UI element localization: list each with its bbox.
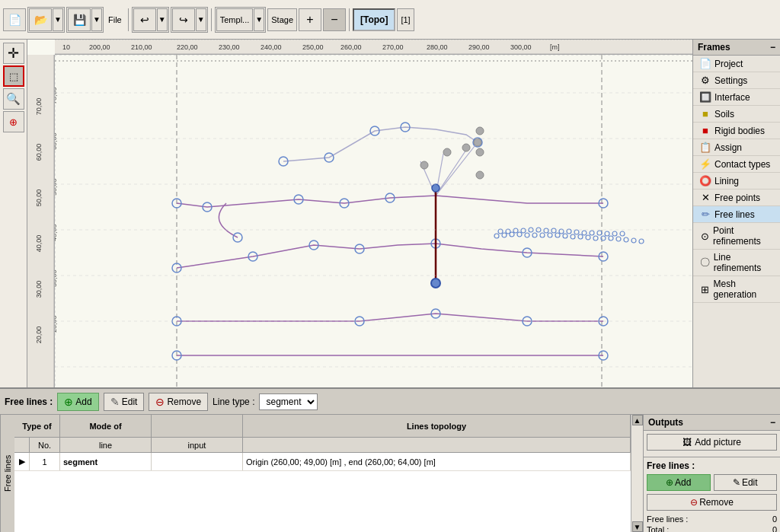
settings-icon: ⚙ [699,75,711,86]
redo-button[interactable]: ↪ [172,8,195,31]
sidebar-item-free-points[interactable]: ✕ Free points [693,190,780,206]
output-header: Outputs − [644,415,780,431]
open-button[interactable]: 📂 [29,8,52,31]
sidebar-item-lining[interactable]: ⭕ Lining [693,173,780,190]
stat-free-lines-value: 0 [772,514,777,524]
free-lines-output-title: Free lines : [647,460,777,471]
sidebar-item-soils[interactable]: ■ Soils [693,106,780,123]
sidebar-item-rigid-bodies[interactable]: ■ Rigid bodies [693,123,780,139]
save-group: 💾 ▼ [66,7,104,33]
drawing-canvas[interactable]: 70,00 60,00 50,00 40,00 30,00 20,00 [55,55,692,387]
select-tool[interactable]: ⬚ [3,65,24,87]
zoom-tool[interactable]: 🔍 [3,88,24,110]
svg-text:60,00: 60,00 [55,132,58,150]
template-button[interactable]: Templ... [216,8,254,31]
redo-dropdown[interactable]: ▼ [196,8,206,31]
fl-add-button[interactable]: ⊕ Add [647,474,711,491]
row-no: 1 [30,453,60,470]
edit-label: File [105,14,125,26]
minus-button[interactable]: − [323,8,346,31]
bottom-section: Free lines : ⊕ Add ✎ Edit ⊖ Remove Line … [0,387,780,532]
sidebar-item-interface[interactable]: 🔲 Interface [693,89,780,106]
stat-total-value: 0 [772,525,777,532]
scroll-up[interactable]: ▲ [632,415,643,425]
main-layout: ✛ ⬚ 🔍 ⊕ 10 200,00 210,00 220,00 230,00 2… [0,40,780,532]
sidebar-item-label: Free points [714,193,760,203]
undo-button[interactable]: ↩ [133,8,156,31]
svg-text:50,00: 50,00 [35,190,43,207]
vertical-ruler: 70,00 60,00 50,00 40,00 30,00 20,00 [27,55,55,387]
add-picture-button[interactable]: 🖼 Add picture [647,434,777,451]
undo-dropdown[interactable]: ▼ [157,8,168,31]
sidebar-item-mesh-generation[interactable]: ⊞ Mesh generation [693,276,780,303]
svg-text:220,00: 220,00 [177,43,198,51]
sidebar-item-contact-types[interactable]: ⚡ Contact types [693,156,780,173]
template-dropdown[interactable]: ▼ [254,8,264,31]
frames-collapse[interactable]: − [770,42,775,53]
output-collapse[interactable]: − [770,417,775,428]
sidebar-item-point-refinements[interactable]: ⊙ Point refinements [693,223,780,250]
remove-free-line-button[interactable]: ⊖ Remove [149,393,208,411]
fl-remove-button[interactable]: ⊖ Remove [647,494,777,511]
open-dropdown[interactable]: ▼ [53,8,63,31]
sidebar-item-label: Assign [714,142,742,153]
sidebar-item-label: Settings [714,75,747,86]
svg-text:60,00: 60,00 [35,144,43,161]
svg-text:20,00: 20,00 [35,327,43,344]
remove-label: Remove [167,397,201,407]
fl-remove-label: Remove [699,497,734,508]
row-mode [152,453,243,470]
fl-add-icon: ⊕ [666,477,673,488]
table-body: ▶ 1 segment Origin (260,00; 49,00) [m] ,… [14,453,631,532]
svg-text:230,00: 230,00 [219,43,240,51]
topo-sub-header [243,438,631,452]
sidebar-item-assign[interactable]: 📋 Assign [693,139,780,156]
sidebar-item-settings[interactable]: ⚙ Settings [693,72,780,89]
col-header-type: Mode of [60,415,152,437]
scrollbar[interactable]: ▲ ▼ [631,415,643,532]
svg-text:70,00: 70,00 [35,98,43,116]
edit-label: Edit [122,397,138,407]
sidebar-item-label: Free lines [714,209,755,220]
template-group: Templ... ▼ [215,7,267,33]
add-label: Add [75,397,91,407]
svg-point-56 [476,171,484,179]
topo-button[interactable]: [Topo] [353,8,395,31]
save-button[interactable]: 💾 [68,8,91,31]
edit-free-line-button[interactable]: ✎ Edit [104,393,145,411]
svg-text:40,00: 40,00 [55,224,58,241]
svg-point-54 [476,127,484,135]
add-picture-label: Add picture [695,437,741,448]
target-tool[interactable]: ⊕ [3,111,24,132]
edit-icon: ✎ [110,396,120,408]
stage-button[interactable]: Stage [267,8,297,31]
bottom-content: Free lines Type of Mode of Lines topolog… [0,415,780,532]
point-refinements-icon: ⊙ [699,231,710,242]
save-dropdown[interactable]: ▼ [91,8,102,31]
new-button[interactable]: 📄 [3,8,26,31]
no-header: No. [30,438,60,452]
table-row[interactable]: ▶ 1 segment Origin (260,00; 49,00) [m] ,… [14,453,631,471]
assign-icon: 📋 [699,142,711,153]
sidebar-item-project[interactable]: 📄 Project [693,56,780,72]
contact-types-icon: ⚡ [699,158,711,170]
svg-text:200,00: 200,00 [89,43,110,51]
scroll-down[interactable]: ▼ [632,521,643,532]
svg-text:50,00: 50,00 [55,178,58,196]
svg-text:70,00: 70,00 [55,87,58,104]
rigid-bodies-icon: ■ [699,125,711,136]
linetype-select[interactable]: segment arc polyline [259,393,318,410]
move-tool[interactable]: ✛ [3,43,24,64]
lining-icon: ⭕ [699,175,711,186]
fl-edit-button[interactable]: ✎ Edit [714,474,778,491]
left-toolbar: ✛ ⬚ 🔍 ⊕ [0,40,27,387]
stat-free-lines-label: Free lines : [647,514,688,524]
plus-button[interactable]: + [299,8,321,31]
stat-total: Total : 0 [647,524,777,532]
index-button[interactable]: [1] [397,8,414,31]
add-picture-area: 🖼 Add picture [644,431,780,457]
sidebar-item-free-lines[interactable]: ✏ Free lines [693,206,780,223]
sidebar-item-line-refinements[interactable]: 〇 Line refinements [693,250,780,276]
add-free-line-button[interactable]: ⊕ Add [57,393,98,411]
linetype-label: Line type : [213,397,254,407]
